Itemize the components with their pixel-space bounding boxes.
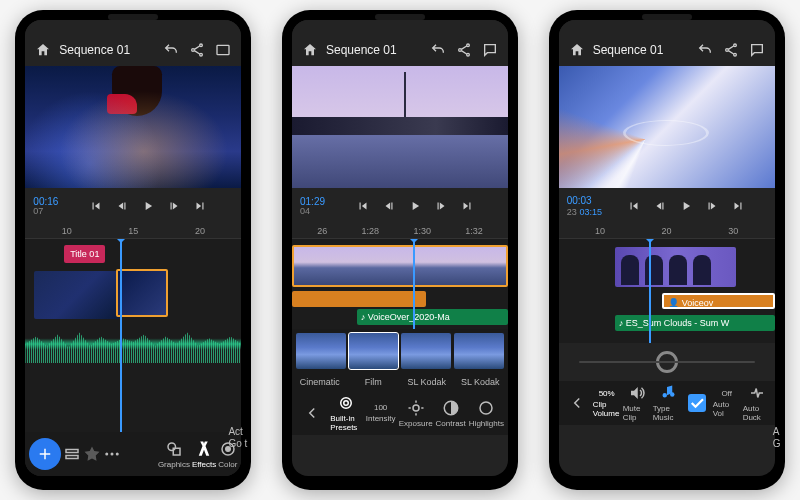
video-clip-selected[interactable] bbox=[116, 269, 168, 317]
svg-point-2 bbox=[200, 53, 203, 56]
duration: 03:15 bbox=[579, 207, 602, 217]
timecode-main: 00:16 bbox=[33, 196, 58, 207]
timeline[interactable]: 👤 Voiceov ♪ ES_Sum Clouds - Sum W bbox=[559, 239, 775, 343]
back-button[interactable] bbox=[563, 381, 591, 425]
ruler-tick: 15 bbox=[128, 226, 138, 236]
skip-start-icon[interactable] bbox=[622, 194, 646, 218]
undo-icon[interactable] bbox=[695, 40, 715, 60]
timecode-main: 00:03 bbox=[567, 195, 602, 206]
more-button[interactable] bbox=[103, 432, 121, 476]
clip-volume-button[interactable]: 50%Clip Volume bbox=[593, 381, 621, 425]
screen: Sequence 01 00:03 23 03:15 10 20 30 bbox=[559, 20, 775, 476]
phone-1: Sequence 01 00:16 07 10 15 20 bbox=[15, 10, 251, 490]
project-button[interactable] bbox=[63, 432, 81, 476]
play-icon[interactable] bbox=[674, 194, 698, 218]
svg-rect-5 bbox=[66, 456, 78, 459]
step-back-icon[interactable] bbox=[377, 194, 401, 218]
playhead[interactable] bbox=[413, 239, 415, 329]
audio-waveform[interactable] bbox=[25, 325, 241, 363]
preset-thumb-selected[interactable] bbox=[349, 333, 399, 369]
svg-rect-3 bbox=[217, 45, 229, 54]
timecode: 01:29 04 bbox=[300, 196, 325, 217]
share-icon[interactable] bbox=[721, 40, 741, 60]
effects-tab[interactable]: Effects bbox=[192, 432, 216, 476]
music-clip[interactable]: ♪ ES_Sum Clouds - Sum W bbox=[615, 315, 775, 331]
timecode-main: 01:29 bbox=[300, 196, 325, 207]
title-clip[interactable]: Title 01 bbox=[64, 245, 105, 263]
skip-start-icon[interactable] bbox=[351, 194, 375, 218]
step-fwd-icon[interactable] bbox=[162, 194, 186, 218]
exposure-slider[interactable]: Exposure bbox=[399, 391, 433, 435]
skip-end-icon[interactable] bbox=[455, 194, 479, 218]
timeline[interactable]: Title 01 bbox=[25, 239, 241, 432]
play-icon[interactable] bbox=[403, 194, 427, 218]
volume-slider[interactable] bbox=[559, 343, 775, 381]
marker-button[interactable] bbox=[83, 432, 101, 476]
preset-thumb[interactable] bbox=[454, 333, 504, 369]
graphics-tab[interactable]: Graphics bbox=[158, 432, 190, 476]
timeline[interactable]: ♪ VoiceOver_2020-Ma bbox=[292, 239, 508, 329]
voiceover-label: VoiceOver_2020-Ma bbox=[368, 312, 450, 322]
mute-button[interactable]: Mute Clip bbox=[623, 381, 651, 425]
voiceover-clip[interactable]: ♪ VoiceOver_2020-Ma bbox=[357, 309, 508, 325]
share-icon[interactable] bbox=[454, 40, 474, 60]
back-button[interactable] bbox=[296, 391, 328, 435]
skip-start-icon[interactable] bbox=[84, 194, 108, 218]
svg-rect-4 bbox=[66, 450, 78, 453]
fullscreen-icon[interactable] bbox=[213, 40, 233, 60]
sequence-title: Sequence 01 bbox=[326, 43, 422, 57]
undo-icon[interactable] bbox=[161, 40, 181, 60]
step-fwd-icon[interactable] bbox=[429, 194, 453, 218]
preview-video[interactable] bbox=[559, 66, 775, 188]
skip-end-icon[interactable] bbox=[726, 194, 750, 218]
transport-bar: 01:29 04 bbox=[292, 188, 508, 224]
auto-volume-button[interactable]: OffAuto Vol bbox=[713, 381, 741, 425]
step-fwd-icon[interactable] bbox=[700, 194, 724, 218]
svg-point-16 bbox=[341, 398, 352, 409]
preview-video[interactable] bbox=[25, 66, 241, 188]
video-clip-selected[interactable] bbox=[292, 245, 508, 287]
svg-point-9 bbox=[168, 443, 176, 451]
step-back-icon[interactable] bbox=[648, 194, 672, 218]
auto-duck-button[interactable]: Auto Duck bbox=[743, 381, 771, 425]
tab-label: Mute Clip bbox=[623, 404, 651, 422]
preset-thumb[interactable] bbox=[401, 333, 451, 369]
svg-point-6 bbox=[106, 453, 109, 456]
highlights-slider[interactable]: Highlights bbox=[469, 391, 504, 435]
ruler-tick: 1:28 bbox=[362, 226, 380, 236]
intensity-slider[interactable]: 100Intensity bbox=[365, 391, 397, 435]
video-clip[interactable] bbox=[34, 271, 120, 319]
home-icon[interactable] bbox=[567, 40, 587, 60]
ruler-tick: 20 bbox=[662, 226, 672, 236]
preview-video[interactable] bbox=[292, 66, 508, 188]
tab-label: Graphics bbox=[158, 460, 190, 469]
home-icon[interactable] bbox=[33, 40, 53, 60]
bottom-bar: Built-in Presets 100Intensity Exposure C… bbox=[292, 391, 508, 435]
tab-label: Intensity bbox=[366, 414, 396, 423]
ruler-tick: 26 bbox=[317, 226, 327, 236]
share-icon[interactable] bbox=[187, 40, 207, 60]
home-icon[interactable] bbox=[300, 40, 320, 60]
audio-clip-orange[interactable] bbox=[292, 291, 426, 307]
undo-icon[interactable] bbox=[428, 40, 448, 60]
voiceover-clip-selected[interactable]: 👤 Voiceov bbox=[662, 293, 774, 309]
type-music-button[interactable]: Type Music bbox=[653, 381, 681, 425]
add-button[interactable] bbox=[29, 438, 61, 470]
video-clip[interactable] bbox=[615, 247, 736, 287]
preset-name: Film bbox=[347, 377, 399, 387]
playhead[interactable] bbox=[649, 239, 651, 343]
step-back-icon[interactable] bbox=[110, 194, 134, 218]
comment-icon[interactable] bbox=[480, 40, 500, 60]
sequence-title: Sequence 01 bbox=[59, 43, 155, 57]
top-bar: Sequence 01 bbox=[559, 34, 775, 66]
tab-label: Auto Duck bbox=[743, 404, 771, 422]
check-button[interactable] bbox=[683, 381, 711, 425]
presets-button[interactable]: Built-in Presets bbox=[330, 391, 362, 435]
play-icon[interactable] bbox=[136, 194, 160, 218]
playhead[interactable] bbox=[120, 239, 122, 432]
preset-thumb[interactable] bbox=[296, 333, 346, 369]
comment-icon[interactable] bbox=[747, 40, 767, 60]
contrast-slider[interactable]: Contrast bbox=[435, 391, 467, 435]
skip-end-icon[interactable] bbox=[188, 194, 212, 218]
ruler-tick: 10 bbox=[595, 226, 605, 236]
